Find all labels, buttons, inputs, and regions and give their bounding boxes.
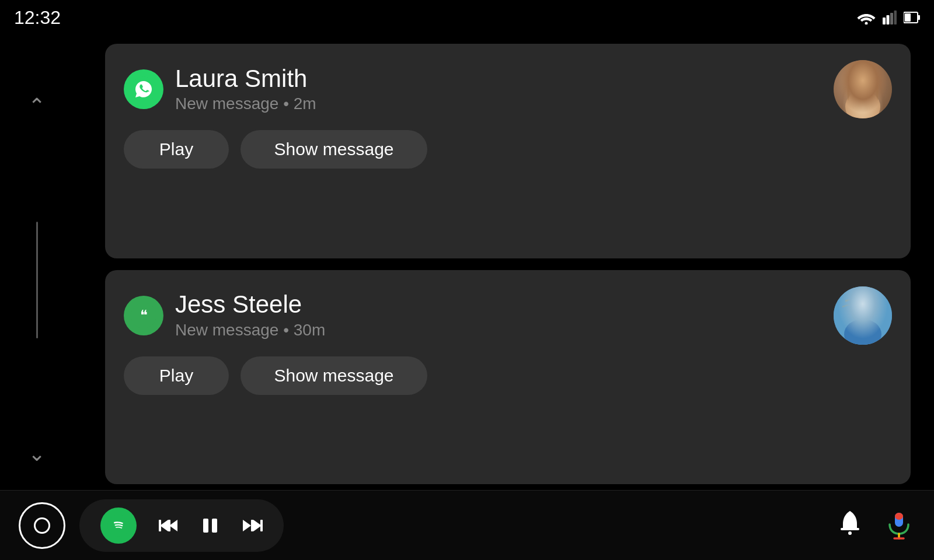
home-inner-circle <box>34 517 50 534</box>
notification-card-1: Laura Smith New message • 2m Play Show m… <box>105 44 911 258</box>
card-header-2: ❝ Jess Steele New message • 30m <box>124 286 892 345</box>
spotify-icon[interactable] <box>100 508 137 544</box>
card-header-1: Laura Smith New message • 2m <box>124 60 892 118</box>
wifi-icon <box>857 10 876 24</box>
svg-rect-27 <box>212 519 217 533</box>
mic-icon[interactable] <box>883 509 915 542</box>
svg-rect-32 <box>841 528 859 530</box>
svg-marker-24 <box>169 520 177 531</box>
pause-button[interactable] <box>200 515 221 536</box>
svg-point-33 <box>848 531 852 535</box>
notification-card-2: ❝ Jess Steele New message • 30m <box>105 270 911 485</box>
battery-icon <box>904 10 920 24</box>
home-button[interactable] <box>19 502 65 549</box>
scroll-up-arrow[interactable]: ⌃ <box>28 96 46 117</box>
svg-marker-28 <box>243 520 251 531</box>
svg-rect-25 <box>168 520 170 531</box>
svg-marker-21 <box>160 520 168 531</box>
svg-rect-7 <box>905 13 911 22</box>
svg-rect-29 <box>251 520 253 531</box>
card-actions-1: Play Show message <box>124 130 892 169</box>
scroll-down-arrow[interactable]: ⌄ <box>28 443 46 464</box>
avatar-2 <box>834 286 892 345</box>
svg-point-10 <box>845 90 880 118</box>
bottom-right-icons <box>836 509 915 542</box>
message-meta-2: New message • 30m <box>175 321 822 340</box>
svg-point-15 <box>852 298 873 319</box>
bell-icon[interactable] <box>836 509 864 542</box>
status-time: 12:32 <box>14 7 61 29</box>
svg-rect-4 <box>894 10 897 24</box>
contact-name-2: Jess Steele <box>175 291 822 318</box>
show-message-button-1[interactable]: Show message <box>241 130 427 169</box>
next-button[interactable] <box>242 515 263 536</box>
media-controls <box>158 515 263 536</box>
svg-rect-31 <box>260 520 263 531</box>
svg-rect-2 <box>887 15 890 24</box>
google-messages-icon: ❝ <box>124 296 163 335</box>
contact-name-1: Laura Smith <box>175 65 822 92</box>
svg-text:❝: ❝ <box>140 308 148 323</box>
media-player-pill <box>79 499 284 552</box>
svg-rect-22 <box>159 520 161 531</box>
cards-container: Laura Smith New message • 2m Play Show m… <box>105 44 911 484</box>
svg-rect-3 <box>890 13 893 24</box>
svg-point-17 <box>851 296 874 321</box>
svg-marker-30 <box>253 520 262 531</box>
show-message-button-2[interactable]: Show message <box>241 356 427 395</box>
play-button-1[interactable]: Play <box>124 130 229 169</box>
svg-point-20 <box>107 514 130 537</box>
message-meta-1: New message • 2m <box>175 94 822 113</box>
svg-point-11 <box>850 65 876 93</box>
svg-rect-18 <box>855 304 858 307</box>
card-info-1: Laura Smith New message • 2m <box>175 65 822 113</box>
svg-rect-1 <box>883 18 886 24</box>
card-actions-2: Play Show message <box>124 356 892 395</box>
status-icons <box>857 10 920 24</box>
prev-button[interactable] <box>158 515 179 536</box>
status-bar: 12:32 <box>0 0 934 35</box>
svg-point-0 <box>865 22 868 25</box>
svg-rect-26 <box>203 519 208 533</box>
signal-icon <box>883 10 897 24</box>
scroll-nav: ⌃ ⌄ <box>28 96 46 464</box>
svg-point-9 <box>851 71 874 94</box>
svg-rect-35 <box>895 513 903 520</box>
avatar-1 <box>834 60 892 118</box>
svg-rect-6 <box>918 15 920 20</box>
play-button-2[interactable]: Play <box>124 356 229 395</box>
whatsapp-icon <box>124 69 163 109</box>
svg-rect-14 <box>834 286 892 345</box>
svg-rect-19 <box>867 304 871 307</box>
svg-point-16 <box>844 319 881 345</box>
bottom-bar <box>0 490 934 560</box>
card-info-2: Jess Steele New message • 30m <box>175 291 822 339</box>
